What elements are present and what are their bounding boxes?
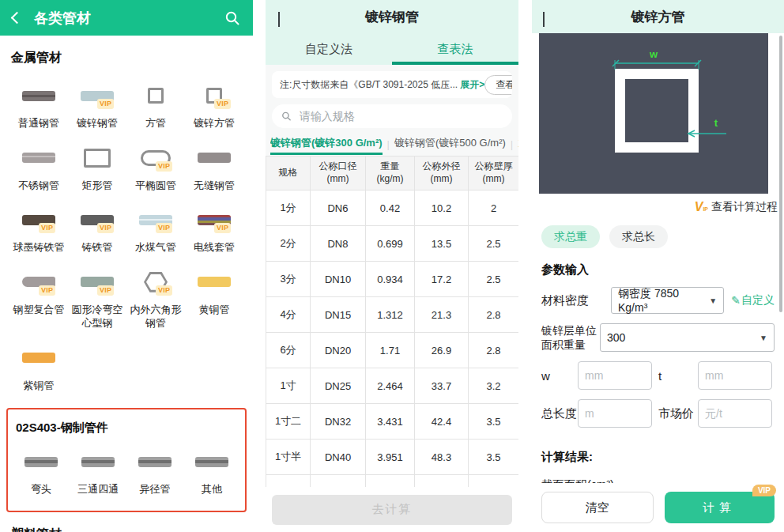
density-select[interactable]: 钢密度 7850 Kg/m³ ▼ <box>611 287 724 314</box>
vip-tag: VIP <box>752 485 776 496</box>
pipe-item[interactable]: VIP 钢塑复合管 <box>9 274 68 330</box>
pipe-item[interactable]: VIP 铸铁管 <box>68 211 126 255</box>
t-input[interactable] <box>698 361 772 390</box>
coating-select[interactable]: 300 ▼ <box>600 323 775 352</box>
search-icon[interactable] <box>224 10 240 26</box>
view-source-button[interactable]: 查看 <box>484 75 512 95</box>
s403-highlight-box: 02S403-钢制管件 弯头 三通四通 异径管 其他 <box>6 408 247 512</box>
col-header: 公称口径 <box>319 160 357 172</box>
square-tube-icon <box>148 88 164 104</box>
subtab-thick[interactable]: 加厚 <box>518 136 518 155</box>
table-row[interactable]: 1寸二DN323.43142.43.5 <box>266 404 519 440</box>
total-length-input[interactable] <box>578 399 652 428</box>
params-title: 参数输入 <box>541 262 784 277</box>
calculate-button[interactable]: 计算 VIP <box>665 492 775 523</box>
stainless-pipe-icon <box>22 153 55 163</box>
mode-total-weight[interactable]: 求总重 <box>541 225 600 248</box>
section-title-s403: 02S403-钢制管件 <box>16 421 237 436</box>
total-length-label: 总长度 <box>541 406 578 421</box>
view-process-row[interactable]: VIP 查看计算过程 <box>538 200 778 214</box>
pipe-item-label: 三通四通 <box>70 482 126 496</box>
market-price-input[interactable] <box>698 399 772 428</box>
vip-badge: VIP <box>156 285 172 296</box>
w-input[interactable] <box>578 361 652 390</box>
pipe-item[interactable]: 三通四通 <box>70 453 126 496</box>
note-text: 注:尺寸数据来自《GB/T 3091-2025 低压... <box>280 78 458 92</box>
market-price-label: 市场价 <box>658 406 698 421</box>
vip-badge: VIP <box>97 223 114 233</box>
density-value: 钢密度 7850 Kg/m³ <box>618 287 709 314</box>
subtab-galv-300[interactable]: 镀锌钢管(镀锌300 G/m²) <box>270 136 383 155</box>
pipe-item[interactable]: VIP 镀锌钢管 <box>68 87 126 130</box>
pipe-item[interactable]: VIP 内外六角形钢管 <box>126 274 185 330</box>
col-header: 公称外径 <box>423 160 461 172</box>
pipe-item-label: 方管 <box>126 116 185 130</box>
pipe-item[interactable]: 异径管 <box>126 453 183 496</box>
pipe-item[interactable]: 普通钢管 <box>9 87 68 130</box>
vip-badge: VIP <box>156 161 172 172</box>
pipe-item[interactable]: VIP 球墨铸铁管 <box>9 211 68 255</box>
pipe-item[interactable]: 其他 <box>183 453 240 496</box>
table-row[interactable]: 3分DN100.93417.22.5 <box>266 262 519 297</box>
reducer-icon <box>138 457 172 467</box>
pipe-item[interactable]: VIP 电线套管 <box>185 211 243 255</box>
pipe-item-label: 镀锌钢管 <box>68 116 126 130</box>
pipe-item-label: 普通钢管 <box>9 116 68 130</box>
custom-density-link[interactable]: ✎ 自定义 <box>731 293 775 308</box>
copper-pipe-icon <box>22 353 55 363</box>
back-icon[interactable] <box>278 12 280 27</box>
steel-pipe-icon <box>22 91 55 101</box>
pipe-item-label: 内外六角形钢管 <box>126 303 185 330</box>
pipe-item[interactable]: 矩形管 <box>68 149 126 193</box>
spec-search-input[interactable] <box>298 109 503 123</box>
pipe-item-label: 铸铁管 <box>68 240 126 255</box>
tab-lookup-method[interactable]: 查表法 <box>392 33 518 65</box>
pipe-item-label: 无缝钢管 <box>185 179 243 193</box>
pipe-item-label: 球墨铸铁管 <box>9 240 68 255</box>
pipe-item[interactable]: 弯头 <box>13 453 70 496</box>
go-calculate-button[interactable]: 去计算 <box>272 495 512 525</box>
mode-total-length[interactable]: 求总长 <box>609 225 668 248</box>
table-row[interactable]: 1分DN60.4210.22 <box>266 191 519 226</box>
table-row[interactable]: 4分DN151.31221.32.8 <box>266 297 519 333</box>
table-row[interactable]: 1寸DN252.46433.73.2 <box>266 368 519 404</box>
table-row[interactable]: 6分DN201.7126.92.8 <box>266 333 519 368</box>
pipe-item[interactable]: 黄铜管 <box>185 274 243 330</box>
metal-pipe-grid: 普通钢管 VIP 镀锌钢管 方管 VIP 镀锌方管 不锈钢管 <box>9 87 243 392</box>
spec-search-bar <box>272 104 512 128</box>
table-row[interactable]: 2分DN80.69913.52.5 <box>266 226 519 262</box>
pipe-item-label: 平椭圆管 <box>126 179 185 193</box>
expand-link[interactable]: 展开> <box>460 78 484 92</box>
coating-value: 300 <box>607 331 625 344</box>
pencil-icon: ✎ <box>731 294 741 307</box>
pipe-item[interactable]: 方管 <box>126 87 185 130</box>
galvanized-square-tube-calc-page: 镀锌方管 w t VIP 查看计算过程 求总重 求总长 参数输入 材料密度 钢密… <box>532 0 784 532</box>
pipe-item[interactable]: 不锈钢管 <box>9 149 68 193</box>
back-icon[interactable] <box>543 12 545 27</box>
tee-cross-icon <box>81 457 115 467</box>
method-tabs: 自定义法 查表法 <box>266 33 518 65</box>
pipe-item[interactable]: VIP 镀锌方管 <box>185 87 243 130</box>
section-title-plastic: 塑料管材 <box>11 526 242 532</box>
pipe-item[interactable]: 紫铜管 <box>9 349 68 393</box>
spec-subtabs: 镀锌钢管(镀锌300 G/m²) | 镀锌钢管(镀锌500 G/m²) | 加厚 <box>270 134 518 155</box>
subtab-galv-500[interactable]: 镀锌钢管(镀锌500 G/m²) <box>394 136 506 155</box>
data-source-note: 注:尺寸数据来自《GB/T 3091-2025 低压... 展开> 查看 <box>272 71 512 98</box>
pipe-item[interactable]: VIP 圆形冷弯空心型钢 <box>68 274 126 330</box>
back-icon[interactable] <box>11 12 24 25</box>
vip-badge: VIP <box>156 223 172 233</box>
scrollbar[interactable] <box>779 36 782 312</box>
pipe-item[interactable]: 无缝钢管 <box>185 149 243 193</box>
tab-custom-method[interactable]: 自定义法 <box>266 33 392 65</box>
coating-row: 镀锌层单位面积重量 300 ▼ <box>541 323 775 352</box>
pipe-item-label: 异径管 <box>126 482 183 496</box>
t-label: t <box>658 369 698 383</box>
pipe-category-page: 各类管材 金属管材 普通钢管 VIP 镀锌钢管 方管 <box>0 0 253 532</box>
pipe-item[interactable]: VIP 水煤气管 <box>126 211 185 255</box>
clear-button[interactable]: 清空 <box>541 492 654 523</box>
pipe-item[interactable]: VIP 平椭圆管 <box>126 149 185 193</box>
spec-table: 规格 公称口径(mm) 重量(kg/m) 公称外径(mm) 公称壁厚(mm) 1… <box>266 156 518 511</box>
vip-badge: VIP <box>39 285 55 296</box>
table-row[interactable]: 1寸半DN403.95148.33.5 <box>266 440 519 475</box>
pipe-item-label: 矩形管 <box>68 179 126 193</box>
